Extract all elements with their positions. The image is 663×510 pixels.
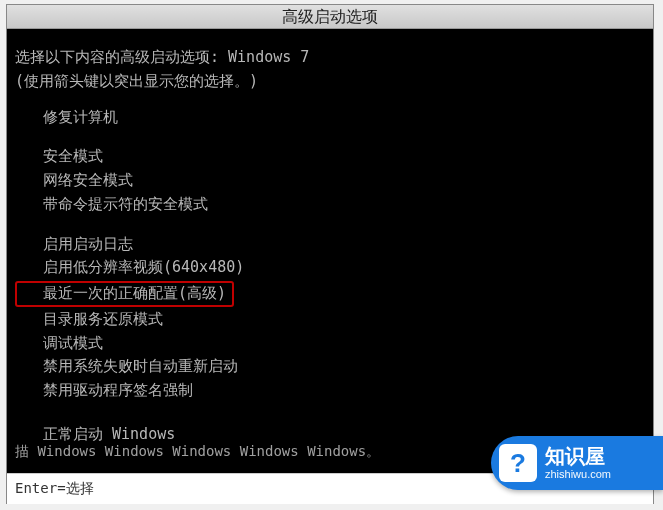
options-group-3: 启用启动日志 启用低分辨率视频(640x480) 最近一次的正确配置(高级) 目…: [15, 234, 645, 402]
option-safe-mode-cmd[interactable]: 带命令提示符的安全模式: [43, 194, 645, 216]
watermark-badge: ? 知识屋 zhishiwu.com: [491, 436, 663, 490]
watermark-text: 知识屋 zhishiwu.com: [545, 444, 611, 481]
option-safe-mode-networking[interactable]: 网络安全模式: [43, 170, 645, 192]
option-safe-mode[interactable]: 安全模式: [43, 146, 645, 168]
option-debug-mode[interactable]: 调试模式: [43, 333, 645, 355]
watermark-url: zhishiwu.com: [545, 468, 611, 481]
question-icon: ?: [499, 444, 537, 482]
options-group-1: 修复计算机: [15, 107, 645, 129]
boot-screen: 选择以下内容的高级启动选项: Windows 7 (使用箭头键以突出显示您的选择…: [7, 29, 653, 473]
option-last-known-good[interactable]: 最近一次的正确配置(高级): [43, 281, 645, 307]
description-line: 描 Windows Windows Windows Windows Window…: [15, 441, 380, 461]
watermark-title: 知识屋: [545, 444, 611, 468]
option-repair-computer[interactable]: 修复计算机: [43, 107, 645, 129]
highlight-box: 最近一次的正确配置(高级): [15, 281, 234, 307]
window-title: 高级启动选项: [7, 5, 653, 29]
option-ds-restore[interactable]: 目录服务还原模式: [43, 309, 645, 331]
option-disable-auto-restart[interactable]: 禁用系统失败时自动重新启动: [43, 356, 645, 378]
boot-options-window: 高级启动选项 选择以下内容的高级启动选项: Windows 7 (使用箭头键以突…: [6, 4, 654, 504]
option-boot-logging[interactable]: 启用启动日志: [43, 234, 645, 256]
hint-line: (使用箭头键以突出显示您的选择。): [15, 71, 645, 93]
option-low-res-video[interactable]: 启用低分辨率视频(640x480): [43, 257, 645, 279]
option-disable-driver-sig[interactable]: 禁用驱动程序签名强制: [43, 380, 645, 402]
instruction-line: 选择以下内容的高级启动选项: Windows 7: [15, 47, 645, 69]
options-group-2: 安全模式 网络安全模式 带命令提示符的安全模式: [15, 146, 645, 215]
